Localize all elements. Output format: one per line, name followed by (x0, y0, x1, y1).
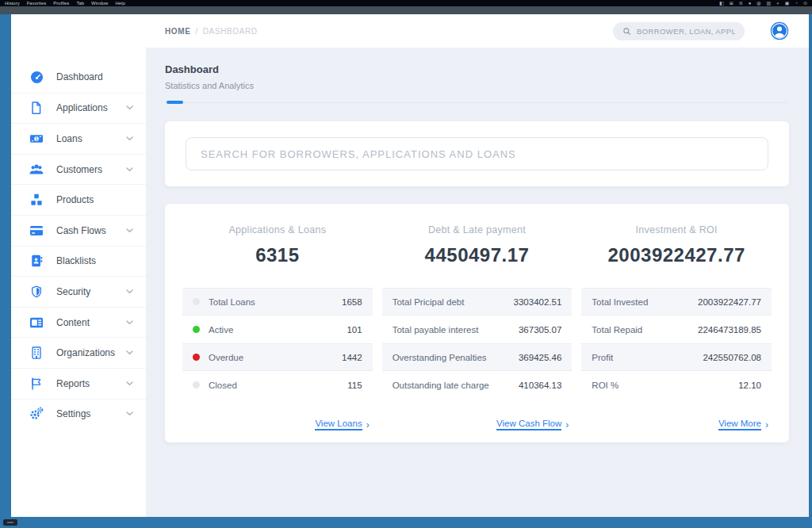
view-link-label: View Cash Flow (496, 419, 561, 430)
stats-headers: Applications & Loans 6315 Debt & Late pa… (182, 224, 772, 266)
sidebar-item-label: Settings (56, 408, 90, 419)
menu-items: HistoryFavoritesProfilesTabWindowHelp (5, 0, 125, 6)
stat-row-label: Total payable interest (393, 325, 479, 335)
search-card (165, 121, 789, 186)
os-menu-bar: HistoryFavoritesProfilesTabWindowHelp ◧⊞… (0, 0, 812, 6)
menu-item-favorites[interactable]: Favorites (27, 0, 47, 6)
stat-row-value: 3303402.51 (514, 297, 562, 307)
sidebar-item-blacklists[interactable]: Blacklists (11, 246, 146, 277)
stat-row: Total Invested 2003922427.77 (581, 288, 772, 316)
title-accent-bar (167, 101, 183, 104)
stats-links: View Loans › View Cash Flow › View More … (182, 399, 772, 430)
stat-column-total: 2003922427.77 (581, 244, 772, 266)
stat-column-title: Applications & Loans (182, 224, 373, 235)
sidebar-item-applications[interactable]: Applications (11, 93, 146, 124)
status-icon[interactable]: ⊙ (803, 0, 807, 6)
stats-card: Applications & Loans 6315 Debt & Late pa… (165, 204, 789, 442)
loans-icon: 1 (29, 131, 44, 147)
user-avatar-icon[interactable] (770, 21, 789, 40)
screen: HistoryFavoritesProfilesTabWindowHelp ◧⊞… (0, 0, 812, 528)
stat-column-header: Debt & Late payment 4450497.17 (382, 224, 573, 266)
stat-row-value: 2246473189.85 (698, 325, 761, 335)
stat-row: Profit 242550762.08 (581, 343, 772, 371)
stat-row-value: 12.10 (738, 381, 761, 390)
sidebar-item-loans[interactable]: 1 Loans (11, 123, 146, 154)
chevron-down-icon (126, 105, 133, 110)
dashboard-icon (29, 69, 44, 85)
stat-row-label: ROI % (592, 381, 619, 390)
sidebar-item-dashboard[interactable]: Dashboard (11, 62, 146, 93)
stat-row: Total Loans 1658 (182, 288, 373, 316)
status-dot-red (193, 354, 200, 361)
stat-column-header: Investment & ROI 2003922427.77 (581, 224, 772, 266)
stat-column-title: Investment & ROI (581, 224, 772, 235)
chevron-right-icon: › (565, 421, 569, 429)
status-icon[interactable]: ● (749, 0, 752, 6)
stat-column-total: 6315 (182, 244, 373, 266)
svg-text:1: 1 (36, 136, 38, 141)
stat-row-value: 115 (347, 381, 362, 390)
sidebar: Dashboard Applications 1 Loans Customers… (11, 14, 146, 517)
menu-item-window[interactable]: Window (91, 0, 108, 6)
sidebar-item-organizations[interactable]: Organizations (11, 337, 146, 368)
breadcrumb-separator: / (195, 27, 197, 36)
customers-icon (29, 162, 44, 178)
menu-item-tab[interactable]: Tab (76, 0, 84, 6)
chevron-right-icon: › (765, 421, 768, 429)
header-search-input[interactable] (637, 27, 735, 36)
sidebar-item-label: Blacklists (56, 255, 96, 266)
status-icon[interactable]: ◍ (756, 0, 760, 6)
breadcrumb: HOME / DASHBOARD (165, 27, 258, 36)
status-icon[interactable]: ◧ (719, 0, 724, 6)
stat-row-label: Overstanding Penalties (393, 353, 487, 362)
stat-table-investment-roi: Total Invested 2003922427.77 Total Repai… (581, 288, 772, 399)
sidebar-item-label: Reports (56, 378, 90, 389)
title-divider (165, 102, 789, 103)
stat-row-value: 367305.07 (519, 325, 561, 335)
header-search[interactable] (613, 22, 745, 40)
stats-tables: Total Loans 1658 Active 101 Overdue 1442… (182, 266, 772, 399)
sidebar-item-reports[interactable]: Reports (11, 368, 146, 399)
blacklists-icon (29, 253, 44, 269)
sidebar-item-security[interactable]: Security (11, 276, 146, 307)
status-tray: ◧⊞≋●◍▥⌖▣◔⊙ (719, 0, 807, 6)
chevron-down-icon (126, 381, 133, 386)
search-icon (622, 27, 631, 36)
stat-row: Outstanding late charge 410364.13 (382, 371, 573, 399)
sidebar-item-content[interactable]: Content (11, 307, 146, 338)
status-dot-gray (193, 381, 200, 388)
applications-icon (29, 100, 44, 116)
status-icon[interactable]: ≋ (739, 0, 743, 6)
reports-icon (29, 376, 44, 392)
menu-item-profiles[interactable]: Profiles (53, 0, 69, 6)
page-title: Dashboard (165, 63, 789, 75)
sidebar-item-settings[interactable]: Settings (11, 399, 146, 430)
view-link-view-cash-flow[interactable]: View Cash Flow › (496, 419, 569, 430)
status-icon[interactable]: ⊞ (730, 0, 733, 6)
main-search-input[interactable] (186, 137, 768, 170)
view-link-view-more[interactable]: View More › (718, 419, 768, 430)
breadcrumb-current: DASHBOARD (203, 27, 258, 36)
cash-flows-icon (29, 223, 44, 239)
menu-item-history[interactable]: History (5, 0, 20, 6)
sidebar-item-label: Content (56, 317, 90, 328)
stat-row-label: Total Repaid (592, 325, 642, 335)
sidebar-item-products[interactable]: Products (11, 184, 146, 215)
app-window: Dashboard Applications 1 Loans Customers… (0, 14, 812, 528)
status-icon[interactable]: ▣ (785, 0, 790, 6)
stat-row-value: 1658 (342, 297, 362, 307)
status-icon[interactable]: ◔ (795, 0, 798, 6)
status-icon[interactable]: ▥ (767, 0, 772, 6)
status-icon[interactable]: ⌖ (776, 0, 779, 6)
sidebar-item-label: Organizations (56, 347, 115, 358)
sidebar-item-cash-flows[interactable]: Cash Flows (11, 215, 146, 246)
breadcrumb-home[interactable]: HOME (165, 27, 190, 36)
stat-row-value: 369425.46 (519, 353, 561, 362)
status-dot-green (193, 326, 200, 333)
menu-item-help[interactable]: Help (115, 0, 124, 6)
chevron-down-icon (126, 411, 133, 416)
sidebar-item-customers[interactable]: Customers (11, 154, 146, 185)
stat-row-value: 101 (347, 325, 362, 335)
view-link-view-loans[interactable]: View Loans › (315, 419, 369, 430)
taskbar-notch (3, 519, 17, 526)
